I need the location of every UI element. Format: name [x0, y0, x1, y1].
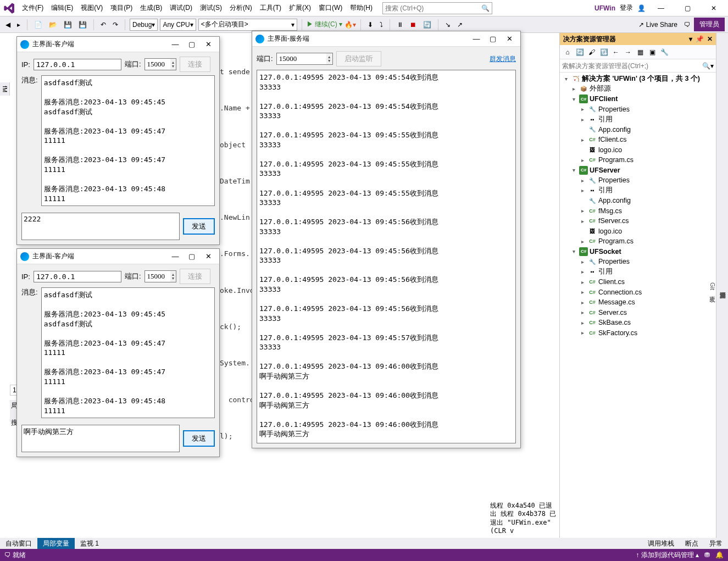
sln-search[interactable]: 🔍▾ — [560, 59, 716, 73]
home-icon[interactable]: ⌂ — [562, 47, 573, 58]
feedback-icon[interactable]: 🗨 — [684, 21, 691, 29]
broadcast-link[interactable]: 群发消息 — [490, 54, 516, 64]
side-tab[interactable]: 解决方案资源管理器 — [718, 36, 728, 538]
menu-item[interactable]: 帮助(H) — [347, 1, 376, 15]
maximize-icon[interactable]: ▢ — [184, 251, 199, 263]
server-log[interactable]: 127.0.0.1:49595 2023-04-13 09:45:54收到消息 … — [257, 70, 516, 443]
message-input[interactable]: 2222 — [21, 213, 180, 240]
tree-item[interactable]: ▸C#fMsg.cs — [560, 206, 716, 216]
minimize-icon[interactable]: — — [168, 38, 183, 51]
hot-reload-icon[interactable]: 🔥▾ — [344, 21, 356, 29]
platform-combo[interactable]: Any CPU ▾ — [160, 19, 196, 31]
step-icon[interactable]: ⬇ — [365, 20, 375, 30]
tree-item[interactable]: ▸C#Client.cs — [560, 277, 716, 287]
maximize-icon[interactable]: ▢ — [184, 38, 199, 51]
tree-item[interactable]: ▸C#SkBase.cs — [560, 318, 716, 328]
bottom-tab[interactable]: 监视 1 — [75, 538, 104, 549]
bottom-tab[interactable]: 断点 — [680, 538, 704, 549]
minimize-icon[interactable]: — — [168, 251, 183, 263]
send-button[interactable]: 发送 — [183, 430, 215, 447]
port-input[interactable] — [145, 271, 170, 282]
tree-item[interactable]: 🖼logo.ico — [560, 226, 716, 237]
restart-icon[interactable]: 🔄 — [421, 20, 434, 30]
close-icon[interactable]: ✕ — [201, 38, 216, 51]
menu-item[interactable]: 工具(T) — [257, 1, 285, 15]
tree-item[interactable]: 🔧App.config — [560, 196, 716, 206]
notify-icon[interactable]: 🔔 — [715, 551, 724, 559]
close-icon[interactable]: ✕ — [502, 33, 517, 45]
connect-button[interactable]: 连接 — [180, 269, 210, 284]
global-search-input[interactable] — [385, 4, 481, 12]
pin2-icon[interactable]: 📌 — [696, 35, 704, 43]
message-log[interactable]: asdfasdf测试 服务器消息:2023-04-13 09:45:45 asd… — [41, 287, 215, 418]
minimize-icon[interactable]: — — [469, 33, 484, 45]
bottom-tab[interactable]: 自动窗口 — [0, 538, 37, 549]
tree-item[interactable]: ▸C#Program.cs — [560, 236, 716, 247]
tree-item[interactable]: ▸▪▪引用 — [560, 186, 716, 196]
open-icon[interactable]: 📂 — [47, 20, 59, 30]
send-button[interactable]: 发送 — [183, 218, 215, 235]
pin-icon[interactable]: ▾ — [689, 35, 692, 43]
tree-item[interactable]: ▸▪▪引用 — [560, 114, 716, 125]
sln-search-input[interactable] — [562, 62, 702, 70]
step-over-icon[interactable]: ⤵ — [377, 20, 385, 30]
connect-button[interactable]: 连接 — [180, 57, 210, 72]
bottom-tab[interactable]: 调用堆栈 — [642, 538, 680, 549]
collapse-icon[interactable]: ▣ — [647, 47, 658, 58]
port-spinner[interactable]: ▲▼ — [145, 270, 177, 282]
add-to-source-control[interactable]: ↑ 添加到源代码管理 ▴ — [636, 551, 699, 560]
refresh-icon[interactable]: 🔃 — [598, 47, 609, 58]
close-button[interactable]: ✕ — [703, 1, 725, 16]
menu-item[interactable]: 文件(F) — [19, 1, 47, 15]
new-icon[interactable]: 📄 — [32, 20, 45, 30]
solution-tree[interactable]: ▾🏹解决方案 'UFWin' (3 个项目，共 3 个)▸📦外部源▾C#UFCl… — [560, 73, 716, 538]
step-into-icon[interactable]: ↘ — [443, 20, 453, 30]
port-input[interactable] — [277, 53, 326, 64]
tree-item[interactable]: ▸🔧Properties — [560, 104, 716, 115]
props-icon[interactable]: 🔧 — [659, 47, 670, 58]
nav-fwd-icon[interactable]: ▸ — [15, 20, 23, 30]
ip-input[interactable] — [34, 271, 121, 282]
pause-icon[interactable]: ⏸ — [394, 20, 405, 30]
tree-item[interactable]: ▸C#fServer.cs — [560, 216, 716, 226]
stop-icon[interactable]: ⏹ — [408, 20, 419, 30]
port-spinner[interactable]: ▲▼ — [145, 58, 177, 70]
config-combo[interactable]: Debug ▾ — [130, 19, 158, 31]
tree-item[interactable]: ▸C#Program.cs — [560, 155, 716, 165]
tree-item[interactable]: ▸C#fClient.cs — [560, 135, 716, 145]
maximize-button[interactable]: ▢ — [676, 1, 698, 16]
repo-icon[interactable]: ⛃ — [704, 551, 710, 559]
menu-item[interactable]: 分析(N) — [226, 1, 255, 15]
menu-item[interactable]: 扩展(X) — [286, 1, 314, 15]
ip-input[interactable] — [34, 59, 121, 70]
save-all-icon[interactable]: 💾 — [76, 20, 89, 30]
message-log[interactable]: asdfasdf测试 服务器消息:2023-04-13 09:45:45 asd… — [41, 75, 215, 206]
show-all-icon[interactable]: ▦ — [635, 47, 646, 58]
global-search[interactable]: 🔍 — [382, 2, 492, 14]
undo-icon[interactable]: ↶ — [98, 20, 108, 30]
side-tab[interactable]: Git 更改 — [707, 36, 718, 538]
menu-item[interactable]: 项目(P) — [107, 1, 136, 15]
bottom-tab[interactable]: 局部变量 — [37, 538, 75, 549]
close-icon[interactable]: ✕ — [201, 251, 216, 263]
step-out-icon[interactable]: ↗ — [455, 20, 465, 30]
tree-item[interactable]: ▸C#Connection.cs — [560, 287, 716, 298]
menu-item[interactable]: 编辑(E) — [48, 1, 76, 15]
startup-combo[interactable]: <多个启动项目> ▾ — [198, 19, 297, 31]
menu-item[interactable]: 调试(D) — [166, 1, 196, 15]
save-icon[interactable]: 💾 — [62, 20, 74, 30]
menu-item[interactable]: 生成(B) — [137, 1, 165, 15]
brush-icon[interactable]: 🖌 — [586, 47, 597, 58]
menu-item[interactable]: 测试(S) — [197, 1, 225, 15]
port-input[interactable] — [145, 59, 170, 70]
tree-item[interactable]: 🖼logo.ico — [560, 145, 716, 155]
port-spinner[interactable]: ▲▼ — [276, 53, 333, 65]
tree-item[interactable]: 🔧App.config — [560, 125, 716, 135]
tree-item[interactable]: ▸C#Server.cs — [560, 308, 716, 318]
message-input[interactable]: 啊手动阀第三方 — [21, 425, 180, 452]
tree-item[interactable]: ▸🔧Properties — [560, 257, 716, 267]
tree-item[interactable]: ▸C#Message.cs — [560, 297, 716, 308]
start-listen-button[interactable]: 启动监听 — [336, 51, 381, 66]
tree-item[interactable]: ▸🔧Properties — [560, 175, 716, 186]
continue-button[interactable]: ▶ 继续(C) ▾ — [307, 20, 342, 29]
